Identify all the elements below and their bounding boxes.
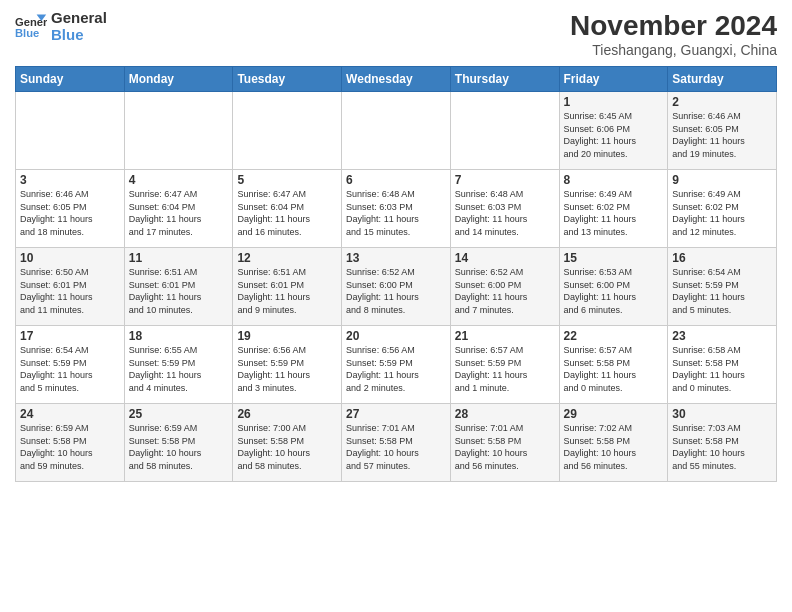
- calendar-cell: 15Sunrise: 6:53 AM Sunset: 6:00 PM Dayli…: [559, 248, 668, 326]
- day-details: Sunrise: 6:45 AM Sunset: 6:06 PM Dayligh…: [564, 110, 664, 160]
- day-number: 22: [564, 329, 664, 343]
- calendar-cell: 21Sunrise: 6:57 AM Sunset: 5:59 PM Dayli…: [450, 326, 559, 404]
- logo: General Blue General Blue: [15, 10, 107, 43]
- day-details: Sunrise: 6:49 AM Sunset: 6:02 PM Dayligh…: [672, 188, 772, 238]
- calendar-cell: 30Sunrise: 7:03 AM Sunset: 5:58 PM Dayli…: [668, 404, 777, 482]
- day-details: Sunrise: 7:01 AM Sunset: 5:58 PM Dayligh…: [346, 422, 446, 472]
- calendar-week-3: 10Sunrise: 6:50 AM Sunset: 6:01 PM Dayli…: [16, 248, 777, 326]
- day-number: 18: [129, 329, 229, 343]
- day-number: 9: [672, 173, 772, 187]
- day-details: Sunrise: 6:50 AM Sunset: 6:01 PM Dayligh…: [20, 266, 120, 316]
- calendar-week-1: 1Sunrise: 6:45 AM Sunset: 6:06 PM Daylig…: [16, 92, 777, 170]
- calendar-cell: 16Sunrise: 6:54 AM Sunset: 5:59 PM Dayli…: [668, 248, 777, 326]
- day-details: Sunrise: 6:54 AM Sunset: 5:59 PM Dayligh…: [20, 344, 120, 394]
- day-details: Sunrise: 6:47 AM Sunset: 6:04 PM Dayligh…: [129, 188, 229, 238]
- day-number: 13: [346, 251, 446, 265]
- calendar-cell: 1Sunrise: 6:45 AM Sunset: 6:06 PM Daylig…: [559, 92, 668, 170]
- header-day-friday: Friday: [559, 67, 668, 92]
- calendar-cell: 23Sunrise: 6:58 AM Sunset: 5:58 PM Dayli…: [668, 326, 777, 404]
- day-number: 8: [564, 173, 664, 187]
- calendar-cell: 13Sunrise: 6:52 AM Sunset: 6:00 PM Dayli…: [342, 248, 451, 326]
- calendar-cell: [124, 92, 233, 170]
- day-details: Sunrise: 6:51 AM Sunset: 6:01 PM Dayligh…: [129, 266, 229, 316]
- calendar-cell: [233, 92, 342, 170]
- calendar-cell: 14Sunrise: 6:52 AM Sunset: 6:00 PM Dayli…: [450, 248, 559, 326]
- calendar-cell: 8Sunrise: 6:49 AM Sunset: 6:02 PM Daylig…: [559, 170, 668, 248]
- day-details: Sunrise: 7:00 AM Sunset: 5:58 PM Dayligh…: [237, 422, 337, 472]
- day-number: 26: [237, 407, 337, 421]
- day-number: 15: [564, 251, 664, 265]
- day-details: Sunrise: 6:49 AM Sunset: 6:02 PM Dayligh…: [564, 188, 664, 238]
- calendar-cell: 27Sunrise: 7:01 AM Sunset: 5:58 PM Dayli…: [342, 404, 451, 482]
- calendar-cell: 29Sunrise: 7:02 AM Sunset: 5:58 PM Dayli…: [559, 404, 668, 482]
- day-details: Sunrise: 6:53 AM Sunset: 6:00 PM Dayligh…: [564, 266, 664, 316]
- calendar-cell: 10Sunrise: 6:50 AM Sunset: 6:01 PM Dayli…: [16, 248, 125, 326]
- day-details: Sunrise: 6:51 AM Sunset: 6:01 PM Dayligh…: [237, 266, 337, 316]
- calendar-cell: 22Sunrise: 6:57 AM Sunset: 5:58 PM Dayli…: [559, 326, 668, 404]
- day-number: 21: [455, 329, 555, 343]
- calendar-table: SundayMondayTuesdayWednesdayThursdayFrid…: [15, 66, 777, 482]
- calendar-cell: 18Sunrise: 6:55 AM Sunset: 5:59 PM Dayli…: [124, 326, 233, 404]
- day-details: Sunrise: 6:58 AM Sunset: 5:58 PM Dayligh…: [672, 344, 772, 394]
- header: General Blue General Blue November 2024 …: [15, 10, 777, 58]
- day-number: 5: [237, 173, 337, 187]
- day-number: 4: [129, 173, 229, 187]
- day-number: 10: [20, 251, 120, 265]
- calendar-cell: 25Sunrise: 6:59 AM Sunset: 5:58 PM Dayli…: [124, 404, 233, 482]
- calendar-week-5: 24Sunrise: 6:59 AM Sunset: 5:58 PM Dayli…: [16, 404, 777, 482]
- day-details: Sunrise: 6:56 AM Sunset: 5:59 PM Dayligh…: [346, 344, 446, 394]
- day-number: 25: [129, 407, 229, 421]
- day-number: 12: [237, 251, 337, 265]
- day-details: Sunrise: 6:46 AM Sunset: 6:05 PM Dayligh…: [20, 188, 120, 238]
- day-number: 20: [346, 329, 446, 343]
- location: Tieshangang, Guangxi, China: [570, 42, 777, 58]
- calendar-cell: 4Sunrise: 6:47 AM Sunset: 6:04 PM Daylig…: [124, 170, 233, 248]
- logo-line2: Blue: [51, 27, 107, 44]
- day-number: 2: [672, 95, 772, 109]
- calendar-cell: 5Sunrise: 6:47 AM Sunset: 6:04 PM Daylig…: [233, 170, 342, 248]
- calendar-cell: 28Sunrise: 7:01 AM Sunset: 5:58 PM Dayli…: [450, 404, 559, 482]
- calendar-cell: 11Sunrise: 6:51 AM Sunset: 6:01 PM Dayli…: [124, 248, 233, 326]
- header-day-monday: Monday: [124, 67, 233, 92]
- day-details: Sunrise: 6:48 AM Sunset: 6:03 PM Dayligh…: [346, 188, 446, 238]
- day-number: 3: [20, 173, 120, 187]
- calendar-cell: 19Sunrise: 6:56 AM Sunset: 5:59 PM Dayli…: [233, 326, 342, 404]
- calendar-week-4: 17Sunrise: 6:54 AM Sunset: 5:59 PM Dayli…: [16, 326, 777, 404]
- calendar-cell: 17Sunrise: 6:54 AM Sunset: 5:59 PM Dayli…: [16, 326, 125, 404]
- header-day-wednesday: Wednesday: [342, 67, 451, 92]
- calendar-cell: 7Sunrise: 6:48 AM Sunset: 6:03 PM Daylig…: [450, 170, 559, 248]
- day-details: Sunrise: 6:56 AM Sunset: 5:59 PM Dayligh…: [237, 344, 337, 394]
- day-details: Sunrise: 7:03 AM Sunset: 5:58 PM Dayligh…: [672, 422, 772, 472]
- calendar-cell: 12Sunrise: 6:51 AM Sunset: 6:01 PM Dayli…: [233, 248, 342, 326]
- day-number: 11: [129, 251, 229, 265]
- day-number: 16: [672, 251, 772, 265]
- day-details: Sunrise: 6:59 AM Sunset: 5:58 PM Dayligh…: [20, 422, 120, 472]
- calendar-cell: 2Sunrise: 6:46 AM Sunset: 6:05 PM Daylig…: [668, 92, 777, 170]
- calendar-cell: 3Sunrise: 6:46 AM Sunset: 6:05 PM Daylig…: [16, 170, 125, 248]
- header-day-tuesday: Tuesday: [233, 67, 342, 92]
- header-day-thursday: Thursday: [450, 67, 559, 92]
- day-number: 30: [672, 407, 772, 421]
- header-day-sunday: Sunday: [16, 67, 125, 92]
- month-title: November 2024: [570, 10, 777, 42]
- day-number: 19: [237, 329, 337, 343]
- day-number: 28: [455, 407, 555, 421]
- calendar-cell: [16, 92, 125, 170]
- day-number: 24: [20, 407, 120, 421]
- day-details: Sunrise: 6:46 AM Sunset: 6:05 PM Dayligh…: [672, 110, 772, 160]
- calendar-cell: 6Sunrise: 6:48 AM Sunset: 6:03 PM Daylig…: [342, 170, 451, 248]
- logo-line1: General: [51, 10, 107, 27]
- calendar-cell: 24Sunrise: 6:59 AM Sunset: 5:58 PM Dayli…: [16, 404, 125, 482]
- calendar-cell: [450, 92, 559, 170]
- day-details: Sunrise: 6:57 AM Sunset: 5:58 PM Dayligh…: [564, 344, 664, 394]
- header-day-saturday: Saturday: [668, 67, 777, 92]
- day-details: Sunrise: 6:48 AM Sunset: 6:03 PM Dayligh…: [455, 188, 555, 238]
- day-number: 1: [564, 95, 664, 109]
- title-block: November 2024 Tieshangang, Guangxi, Chin…: [570, 10, 777, 58]
- day-number: 14: [455, 251, 555, 265]
- day-details: Sunrise: 6:52 AM Sunset: 6:00 PM Dayligh…: [346, 266, 446, 316]
- day-number: 6: [346, 173, 446, 187]
- calendar-cell: 9Sunrise: 6:49 AM Sunset: 6:02 PM Daylig…: [668, 170, 777, 248]
- day-details: Sunrise: 6:52 AM Sunset: 6:00 PM Dayligh…: [455, 266, 555, 316]
- day-details: Sunrise: 6:59 AM Sunset: 5:58 PM Dayligh…: [129, 422, 229, 472]
